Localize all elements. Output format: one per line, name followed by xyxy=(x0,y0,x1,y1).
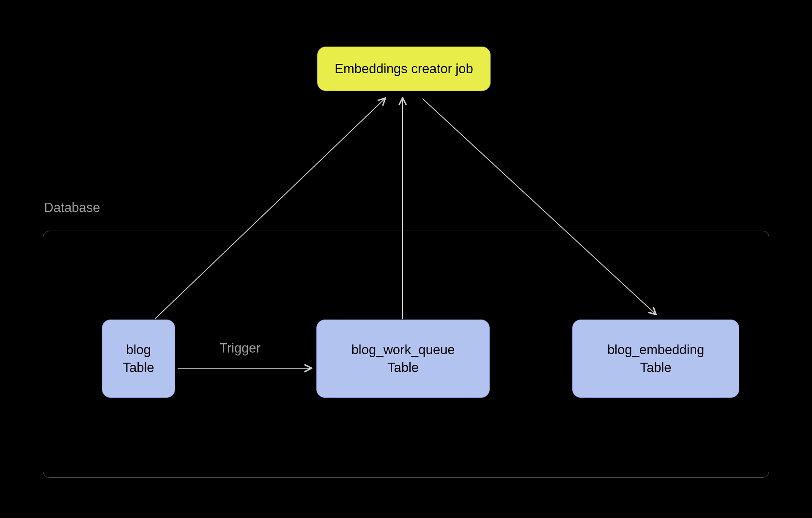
node-blog-name: blog xyxy=(126,342,151,357)
node-blog-table: blog Table xyxy=(102,320,175,398)
node-embedding-table: blog_embedding Table xyxy=(572,320,739,398)
node-job-label: Embeddings creator job xyxy=(335,61,473,77)
edge-trigger-label: Trigger xyxy=(219,341,261,356)
database-label: Database xyxy=(44,200,100,215)
node-workqueue-name: blog_work_queue xyxy=(351,342,455,357)
node-workqueue-table: blog_work_queue Table xyxy=(316,320,490,398)
node-blog-kind: Table xyxy=(123,360,154,375)
node-embedding-kind: Table xyxy=(640,360,671,375)
node-workqueue-kind: Table xyxy=(387,360,419,375)
diagram-canvas: Embeddings creator job Database blog Tab… xyxy=(0,0,812,518)
node-job: Embeddings creator job xyxy=(317,47,491,91)
node-embedding-name: blog_embedding xyxy=(607,342,704,357)
